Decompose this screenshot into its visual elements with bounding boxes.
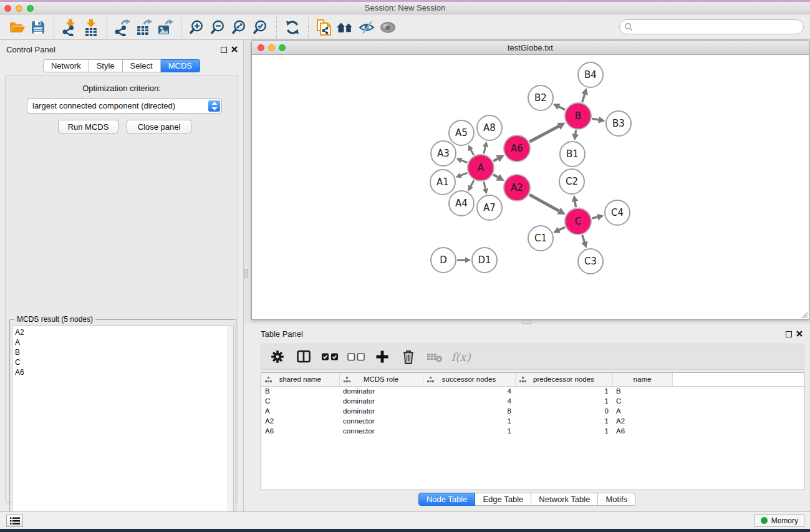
table-cell[interactable]: A <box>261 406 339 416</box>
zoom-selected-button[interactable] <box>250 17 271 37</box>
table-cell[interactable]: dominator <box>339 406 423 416</box>
column-header[interactable]: shared name <box>261 373 339 386</box>
table-cell[interactable]: 8 <box>423 406 515 416</box>
mcds-result-item[interactable]: C <box>15 357 233 367</box>
mcds-result-item[interactable]: B <box>15 347 233 357</box>
graph-edge[interactable] <box>575 201 576 207</box>
table-cell[interactable]: A2 <box>261 416 339 426</box>
table-cell[interactable]: B <box>261 386 339 396</box>
show-graphics-details-button[interactable] <box>377 17 398 37</box>
table-row[interactable]: Adominator80A <box>261 406 804 416</box>
delete-table-button[interactable] <box>426 347 443 367</box>
graph-edge[interactable] <box>493 175 498 177</box>
table-cell[interactable]: 1 <box>515 416 612 426</box>
splitter-handle[interactable] <box>244 269 248 278</box>
table-row[interactable]: A6connector11A6 <box>261 426 804 436</box>
graph-edge[interactable] <box>582 235 584 242</box>
graph-edge[interactable] <box>461 173 467 175</box>
table-cell[interactable]: 1 <box>423 416 515 426</box>
column-header[interactable]: predecessor nodes <box>515 373 612 386</box>
minimize-window-button[interactable] <box>16 5 22 12</box>
tab-motifs[interactable]: Motifs <box>598 493 635 506</box>
tab-network[interactable]: Network <box>43 59 89 72</box>
zoom-in-button[interactable] <box>186 17 208 37</box>
zoom-fit-button[interactable] <box>229 17 250 37</box>
run-mcds-button[interactable]: Run MCDS <box>58 120 118 133</box>
tab-edge-table[interactable]: Edge Table <box>475 493 531 506</box>
task-history-button[interactable] <box>6 515 23 527</box>
graph-edge[interactable] <box>461 160 468 163</box>
import-table-button[interactable] <box>80 17 102 37</box>
zoom-window-button[interactable] <box>27 5 34 12</box>
mcds-result-item[interactable]: A2 <box>15 327 233 337</box>
network-minimize-button[interactable] <box>268 44 275 51</box>
close-panel-icon[interactable] <box>231 46 238 53</box>
table-row[interactable]: Bdominator41B <box>261 386 804 396</box>
table-settings-button[interactable] <box>269 347 286 367</box>
mcds-result-item[interactable]: A6 <box>15 367 233 377</box>
column-header[interactable]: name <box>612 373 672 386</box>
table-row[interactable]: A2connector11A2 <box>261 416 804 426</box>
network-zoom-button[interactable] <box>279 44 286 51</box>
search-input[interactable] <box>619 19 804 34</box>
hide-graphics-details-button[interactable] <box>356 17 377 37</box>
show-columns-button[interactable] <box>295 347 312 367</box>
close-window-button[interactable] <box>4 5 11 12</box>
table-cell[interactable]: A6 <box>261 426 339 436</box>
close-panel-icon[interactable] <box>796 330 803 337</box>
graph-edge[interactable] <box>576 130 576 134</box>
table-cell[interactable]: B <box>612 386 672 396</box>
deselect-all-button[interactable] <box>347 347 365 367</box>
zoom-out-button[interactable] <box>208 17 229 37</box>
open-session-button[interactable] <box>6 17 27 37</box>
column-header[interactable]: successor nodes <box>423 373 515 386</box>
graph-edge[interactable] <box>592 217 597 218</box>
graph-edge[interactable] <box>582 94 585 102</box>
table-cell[interactable]: C <box>612 396 672 406</box>
tab-network-table[interactable]: Network Table <box>531 493 598 506</box>
graph-edge[interactable] <box>559 227 565 230</box>
graph-edge[interactable] <box>484 147 485 153</box>
tab-mcds[interactable]: MCDS <box>161 59 200 72</box>
import-network-button[interactable] <box>59 17 80 37</box>
function-builder-button[interactable]: f(x) <box>452 347 470 367</box>
graph-edge[interactable] <box>471 150 474 155</box>
table-cell[interactable]: A6 <box>612 426 672 436</box>
resize-grip[interactable] <box>799 310 808 319</box>
close-panel-button[interactable]: Close panel <box>127 120 191 133</box>
tab-node-table[interactable]: Node Table <box>418 493 476 506</box>
add-column-button[interactable] <box>374 347 391 367</box>
table-cell[interactable]: C <box>261 396 339 406</box>
refresh-button[interactable] <box>282 17 303 37</box>
export-image-button[interactable] <box>155 17 176 37</box>
table-cell[interactable]: 1 <box>515 426 612 436</box>
select-all-button[interactable] <box>321 347 339 367</box>
network-close-button[interactable] <box>258 44 264 51</box>
table-cell[interactable]: 4 <box>423 386 515 396</box>
float-panel-icon[interactable] <box>221 47 227 53</box>
graph-edge[interactable] <box>471 180 474 186</box>
memory-button[interactable]: Memory <box>755 514 804 527</box>
network-file-button[interactable] <box>314 17 335 37</box>
table-row[interactable]: Cdominator41C <box>261 396 804 406</box>
graph-edge[interactable] <box>484 181 485 188</box>
float-panel-icon[interactable] <box>786 331 792 337</box>
table-cell[interactable]: dominator <box>339 386 423 396</box>
tab-select[interactable]: Select <box>123 59 161 72</box>
table-cell[interactable]: 1 <box>423 426 515 436</box>
graph-edge[interactable] <box>529 126 559 142</box>
table-cell[interactable]: 0 <box>515 406 612 416</box>
graph-edge[interactable] <box>493 158 498 161</box>
table-cell[interactable]: A2 <box>612 416 672 426</box>
column-header[interactable]: MCDS role <box>339 373 423 386</box>
home-view-button[interactable] <box>335 17 356 37</box>
table-cell[interactable]: connector <box>339 426 423 436</box>
graph-edge[interactable] <box>529 195 559 211</box>
table-cell[interactable]: connector <box>339 416 423 426</box>
export-table-button[interactable] <box>133 17 155 37</box>
table-cell[interactable]: 1 <box>515 386 612 396</box>
save-session-button[interactable] <box>27 17 49 37</box>
table-cell[interactable]: 1 <box>515 396 612 406</box>
table-cell[interactable]: A <box>612 406 672 416</box>
result-list-scrollbar[interactable] <box>228 326 233 531</box>
